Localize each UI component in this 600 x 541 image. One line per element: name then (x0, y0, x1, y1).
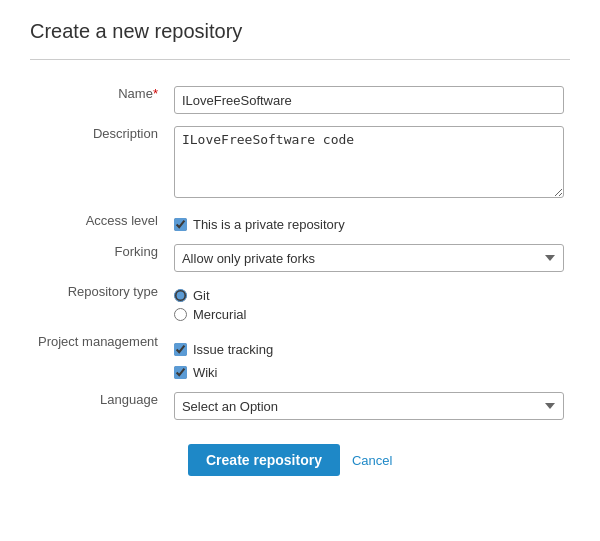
forking-select[interactable]: Allow only private forks Allow all forks… (174, 244, 564, 272)
private-repo-checkbox[interactable] (174, 218, 187, 231)
form: Name* Description <span class="descripti… (30, 80, 572, 426)
forking-input-cell: Allow only private forks Allow all forks… (166, 238, 572, 278)
repository-type-radio-group: Git Mercurial (174, 284, 564, 322)
issue-tracking-checkbox[interactable] (174, 343, 187, 356)
description-label: Description (30, 120, 166, 207)
project-management-input-cell: Issue tracking Wiki (166, 328, 572, 386)
name-row: Name* (30, 80, 572, 120)
git-radio-label[interactable]: Git (174, 288, 564, 303)
project-management-row: Project management Issue tracking Wiki (30, 328, 572, 386)
repository-type-row: Repository type Git Mercurial (30, 278, 572, 328)
issue-tracking-checkbox-label[interactable]: Issue tracking (174, 338, 564, 357)
language-input-cell: Select an Option (166, 386, 572, 426)
page-title: Create a new repository (30, 20, 570, 43)
description-input-cell: <span class="description-underline">ILov… (166, 120, 572, 207)
description-textarea[interactable]: <span class="description-underline">ILov… (174, 126, 564, 198)
issue-tracking-label-text: Issue tracking (193, 342, 273, 357)
wiki-checkbox-label[interactable]: Wiki (174, 361, 564, 380)
cancel-button[interactable]: Cancel (352, 453, 392, 468)
language-row: Language Select an Option (30, 386, 572, 426)
page-container: Create a new repository Name* Descriptio… (0, 0, 600, 541)
repository-type-label: Repository type (30, 278, 166, 328)
divider (30, 59, 570, 60)
name-input-cell (166, 80, 572, 120)
wiki-label-text: Wiki (193, 365, 218, 380)
create-repository-button[interactable]: Create repository (188, 444, 340, 476)
access-level-label: Access level (30, 207, 166, 238)
required-star: * (153, 86, 158, 101)
project-management-options: Issue tracking Wiki (174, 334, 564, 380)
mercurial-label-text: Mercurial (193, 307, 246, 322)
wiki-checkbox[interactable] (174, 366, 187, 379)
name-label: Name* (30, 80, 166, 120)
language-label: Language (30, 386, 166, 426)
name-input[interactable] (174, 86, 564, 114)
forking-row: Forking Allow only private forks Allow a… (30, 238, 572, 278)
description-row: Description <span class="description-und… (30, 120, 572, 207)
mercurial-radio-label[interactable]: Mercurial (174, 307, 564, 322)
repository-type-input-cell: Git Mercurial (166, 278, 572, 328)
private-repo-checkbox-label[interactable]: This is a private repository (174, 213, 564, 232)
mercurial-radio[interactable] (174, 308, 187, 321)
language-select[interactable]: Select an Option (174, 392, 564, 420)
access-level-input-cell: This is a private repository (166, 207, 572, 238)
git-label-text: Git (193, 288, 210, 303)
git-radio[interactable] (174, 289, 187, 302)
private-repo-label-text: This is a private repository (193, 217, 345, 232)
form-buttons: Create repository Cancel (30, 444, 570, 476)
forking-label: Forking (30, 238, 166, 278)
project-management-label: Project management (30, 328, 166, 386)
access-level-row: Access level This is a private repositor… (30, 207, 572, 238)
